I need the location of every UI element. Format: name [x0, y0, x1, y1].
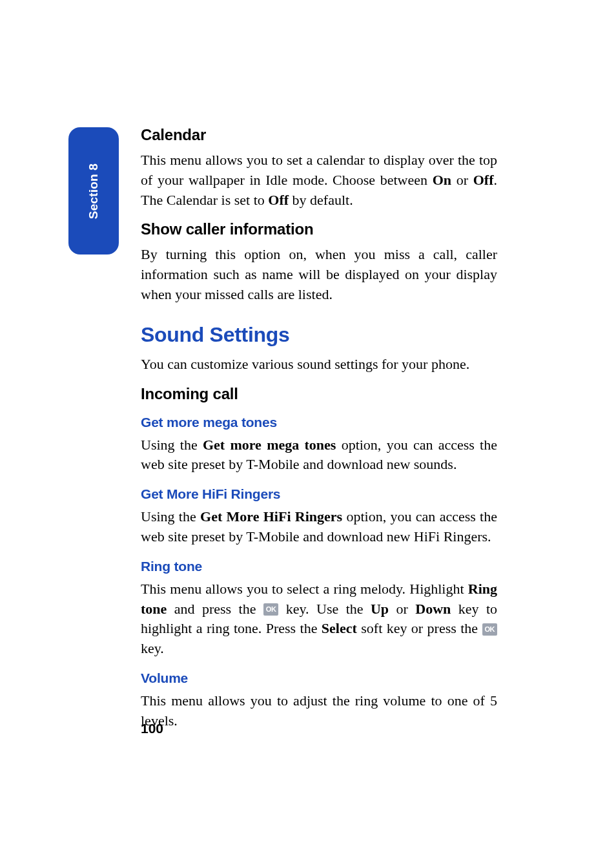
- paragraph-show-caller: By turning this option on, when you miss…: [141, 245, 497, 304]
- paragraph-calendar: This menu allows you to set a calendar t…: [141, 151, 497, 210]
- heading-hifi-ringers: Get More HiFi Ringers: [141, 486, 497, 502]
- section-tab: Section 8: [68, 127, 119, 255]
- heading-sound-settings: Sound Settings: [141, 323, 497, 347]
- text: by default.: [289, 192, 353, 208]
- ok-key-icon: OK: [482, 623, 498, 636]
- text: key.: [141, 640, 164, 656]
- paragraph-hifi-ringers: Using the Get More HiFi Ringers option, …: [141, 507, 497, 547]
- text: This menu allows you to select a ring me…: [141, 581, 468, 597]
- text: Using the: [141, 437, 203, 453]
- section-tab-label: Section 8: [87, 163, 101, 218]
- paragraph-volume: This menu allows you to adjust the ring …: [141, 691, 497, 731]
- text-bold-off2: Off: [268, 192, 289, 208]
- text: and press the: [167, 601, 263, 617]
- text-bold-off: Off: [473, 172, 494, 188]
- page-content: Calendar This menu allows you to set a c…: [141, 126, 497, 742]
- text: key. Use the: [278, 601, 371, 617]
- paragraph-sound-settings: You can customize various sound settings…: [141, 355, 497, 375]
- text-bold: Get more mega tones: [203, 437, 336, 453]
- text-bold-down: Down: [415, 601, 451, 617]
- text: or: [389, 601, 415, 617]
- page-number: 100: [141, 721, 163, 736]
- text-bold-on: On: [433, 172, 451, 188]
- heading-incoming-call: Incoming call: [141, 385, 497, 403]
- ok-key-icon: OK: [263, 603, 279, 616]
- text-bold-up: Up: [371, 601, 389, 617]
- heading-calendar: Calendar: [141, 126, 497, 144]
- heading-volume: Volume: [141, 670, 497, 686]
- text-bold-select: Select: [322, 620, 357, 636]
- heading-mega-tones: Get more mega tones: [141, 415, 497, 430]
- text: or: [451, 172, 473, 188]
- text-bold: Get More HiFi Ringers: [200, 508, 342, 525]
- heading-ring-tone: Ring tone: [141, 559, 497, 574]
- text: soft key or press the: [357, 620, 482, 636]
- paragraph-ring-tone: This menu allows you to select a ring me…: [141, 579, 497, 659]
- paragraph-mega-tones: Using the Get more mega tones option, yo…: [141, 435, 497, 475]
- text: Using the: [141, 508, 200, 525]
- heading-show-caller: Show caller information: [141, 220, 497, 238]
